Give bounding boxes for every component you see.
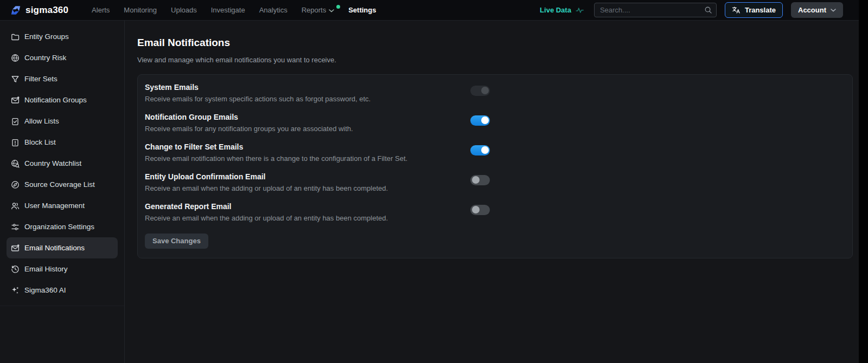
settings-sidebar: Entity Groups Country Risk Filter Sets N…	[0, 21, 125, 363]
save-changes-button[interactable]: Save Changes	[145, 234, 208, 249]
sidebar-item-user-management[interactable]: User Management	[7, 195, 118, 216]
topbar-right-controls: Live Data Translate Account	[540, 2, 868, 18]
sidebar-item-email-notifications[interactable]: Email Notifications	[7, 237, 118, 258]
setting-row-entity-upload-confirmation-email: Entity Upload Confirmation Email Receive…	[145, 172, 844, 202]
live-data-indicator: Live Data	[540, 6, 586, 14]
right-scrollbar-gutter	[859, 0, 868, 363]
sliders-icon	[11, 223, 20, 231]
toggle-knob	[472, 206, 480, 213]
setting-row-system-emails: System Emails Receive emails for system …	[145, 83, 844, 113]
change-to-filter-set-emails-toggle[interactable]	[470, 145, 490, 155]
chevron-down-icon	[329, 9, 334, 12]
setting-row-change-to-filter-set-emails: Change to Filter Set Emails Receive emai…	[145, 142, 844, 172]
page-subtitle: View and manage which email notification…	[137, 56, 853, 64]
global-search	[594, 3, 717, 17]
search-icon[interactable]	[704, 6, 712, 14]
nav-item-monitoring[interactable]: Monitoring	[117, 0, 164, 21]
globe-search-icon	[11, 159, 20, 168]
filter-icon	[11, 75, 20, 83]
sidebar-item-source-coverage-list[interactable]: Source Coverage List	[7, 174, 118, 195]
clipboard-check-icon	[11, 117, 20, 126]
activity-icon	[576, 7, 586, 14]
main-content: Email Notifications View and manage whic…	[125, 21, 868, 363]
sidebar-item-organization-settings[interactable]: Organization Settings	[7, 216, 118, 237]
setting-row-notification-group-emails: Notification Group Emails Receive emails…	[145, 113, 844, 142]
chevron-down-icon	[831, 9, 836, 12]
settings-nav-list: Entity Groups Country Risk Filter Sets N…	[0, 21, 124, 306]
live-badge-dot	[336, 5, 340, 9]
brand-name: sigma360	[25, 5, 68, 16]
sidebar-item-block-list[interactable]: Block List	[7, 132, 118, 153]
sidebar-item-allow-lists[interactable]: Allow Lists	[7, 111, 118, 132]
notification-group-emails-toggle[interactable]	[470, 115, 490, 126]
account-button[interactable]: Account	[791, 2, 843, 18]
sidebar-item-country-risk[interactable]: Country Risk	[7, 47, 118, 68]
nav-item-alerts[interactable]: Alerts	[85, 0, 117, 21]
brand-logo[interactable]: sigma360	[10, 4, 68, 16]
live-data-label: Live Data	[540, 6, 571, 14]
setting-row-generated-report-email: Generated Report Email Receive an email …	[145, 202, 844, 232]
sparkles-icon	[11, 286, 20, 295]
nav-item-reports[interactable]: Reports	[295, 0, 342, 21]
sidebar-item-filter-sets[interactable]: Filter Sets	[7, 68, 118, 89]
folder-icon	[11, 33, 20, 41]
translate-label: Translate	[745, 6, 776, 14]
page-title: Email Notifications	[137, 37, 853, 49]
globe-icon	[11, 54, 20, 62]
nav-item-settings[interactable]: Settings	[341, 0, 383, 21]
translate-button[interactable]: Translate	[725, 2, 783, 18]
generated-report-email-toggle[interactable]	[470, 205, 490, 215]
users-icon	[11, 202, 20, 210]
history-icon	[11, 265, 20, 274]
settings-list: System Emails Receive emails for system …	[145, 83, 844, 232]
system-emails-toggle[interactable]	[470, 86, 490, 96]
nav-item-investigate[interactable]: Investigate	[204, 0, 252, 21]
mail-notification-icon	[11, 244, 20, 252]
clipboard-alert-icon	[11, 138, 20, 147]
primary-nav: Alerts Monitoring Uploads Investigate An…	[85, 0, 383, 21]
search-input[interactable]	[594, 3, 717, 17]
toggle-knob	[472, 176, 480, 184]
translate-icon	[732, 6, 741, 14]
sidebar-item-email-history[interactable]: Email History	[7, 258, 118, 280]
sidebar-item-country-watchlist[interactable]: Country Watchlist	[7, 153, 118, 174]
toggle-knob	[481, 116, 489, 124]
compass-icon	[11, 180, 20, 189]
email-notification-settings-panel: System Emails Receive emails for system …	[137, 74, 853, 258]
nav-item-uploads[interactable]: Uploads	[164, 0, 204, 21]
account-label: Account	[798, 6, 826, 14]
sigma360-logo-icon	[10, 4, 22, 16]
entity-upload-confirmation-email-toggle[interactable]	[470, 175, 490, 185]
toggle-knob	[481, 87, 489, 94]
top-navigation-bar: sigma360 Alerts Monitoring Uploads Inves…	[0, 0, 868, 21]
toggle-knob	[481, 146, 489, 154]
nav-item-analytics[interactable]: Analytics	[252, 0, 295, 21]
sidebar-item-sigma360-ai[interactable]: Sigma360 AI	[7, 280, 118, 301]
sidebar-item-notification-groups[interactable]: Notification Groups	[7, 89, 118, 111]
sidebar-item-entity-groups[interactable]: Entity Groups	[7, 26, 118, 47]
mail-notification-icon	[11, 96, 20, 105]
